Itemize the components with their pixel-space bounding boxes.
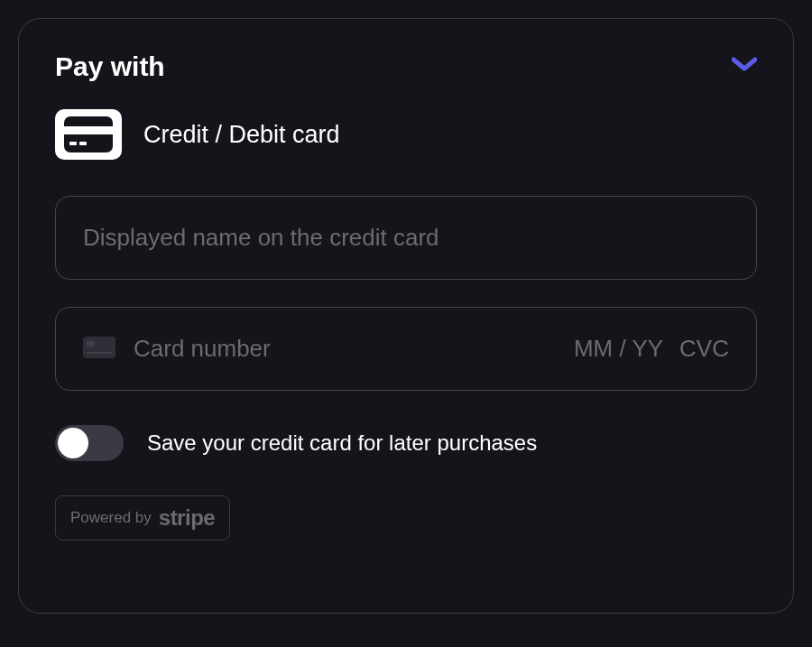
svg-rect-5: [87, 341, 95, 347]
card-brand-icon: [83, 337, 115, 362]
stripe-logo: stripe: [159, 505, 215, 531]
svg-rect-3: [79, 142, 87, 145]
save-card-label: Save your credit card for later purchase…: [147, 430, 537, 456]
svg-rect-6: [87, 352, 112, 354]
payment-title: Pay with: [55, 51, 165, 82]
stripe-powered-text: Powered by: [70, 509, 152, 527]
chevron-down-icon[interactable]: [732, 57, 757, 77]
credit-card-icon: [55, 109, 122, 160]
name-field-container: [55, 196, 757, 280]
payment-card: Pay with Credit / Debit card: [18, 18, 794, 614]
card-field-container: MM / YY CVC: [55, 307, 757, 391]
payment-method-row: Credit / Debit card: [55, 109, 757, 160]
cardholder-name-input[interactable]: [83, 224, 729, 252]
cvc-input[interactable]: CVC: [679, 335, 729, 363]
payment-header: Pay with: [55, 51, 757, 82]
stripe-badge: Powered by stripe: [55, 495, 230, 541]
payment-method-label: Credit / Debit card: [143, 121, 340, 149]
save-card-row: Save your credit card for later purchase…: [55, 425, 757, 461]
card-number-input[interactable]: [134, 335, 556, 363]
save-card-toggle[interactable]: [55, 425, 124, 461]
expiry-input[interactable]: MM / YY: [574, 335, 663, 363]
toggle-knob: [58, 428, 88, 458]
svg-rect-1: [64, 126, 113, 134]
svg-rect-2: [69, 142, 77, 145]
svg-rect-4: [83, 337, 115, 358]
